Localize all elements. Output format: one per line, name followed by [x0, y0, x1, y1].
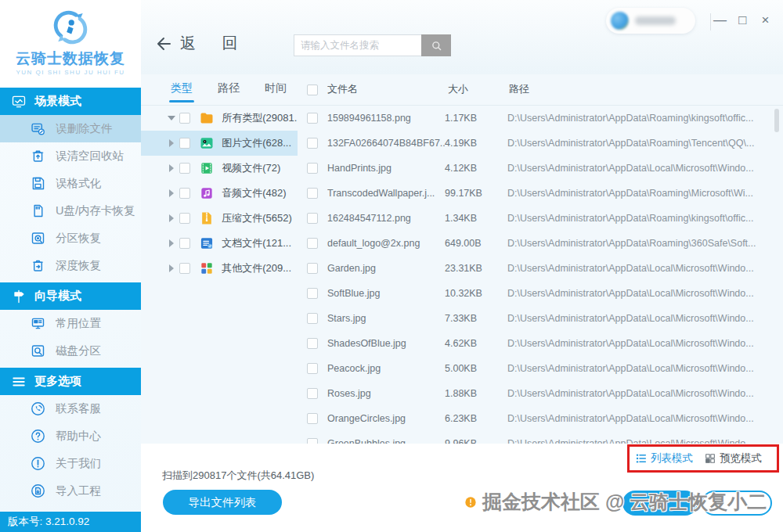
row-checkbox[interactable] — [307, 363, 318, 374]
column-header-size[interactable]: 大小 — [448, 82, 468, 96]
sidebar-item[interactable]: 误删除文件 — [0, 115, 141, 142]
file-name: Stars.jpg — [327, 313, 445, 324]
sidebar-item[interactable]: 联系客服 — [0, 395, 141, 422]
recover-button-obscured[interactable] — [622, 491, 698, 516]
preview-mode-toggle[interactable]: 预览模式 — [704, 451, 762, 466]
table-row[interactable]: 162484547112.png1.34KBD:\Users\Administr… — [298, 206, 783, 231]
sidebar-item-label: 分区恢复 — [56, 231, 101, 246]
table-row[interactable]: Garden.jpg23.31KBD:\Users\Administrator\… — [298, 256, 783, 281]
tree-item[interactable]: 压缩文件(5652) — [141, 206, 298, 231]
row-checkbox[interactable] — [307, 163, 318, 174]
file-path: D:\Users\Administrator\AppData\Local\Mic… — [507, 263, 783, 274]
sidebar-item[interactable]: 磁盘分区 — [0, 337, 141, 365]
sidebar-section-header[interactable]: 场景模式 — [0, 88, 141, 115]
tree-item-checkbox[interactable] — [179, 263, 190, 274]
table-row[interactable]: HandPrints.jpg4.12KBD:\Users\Administrat… — [298, 156, 783, 181]
table-row[interactable]: OrangeCircles.jpg6.23KBD:\Users\Administ… — [298, 406, 783, 431]
table-row[interactable]: 132FA02664074B84BF67...4.19KBD:\Users\Ad… — [298, 131, 783, 156]
tree-item-checkbox[interactable] — [179, 113, 190, 124]
tree-item[interactable]: 所有类型(29081... — [141, 106, 298, 131]
tree-item[interactable]: 文档文件(121... — [141, 231, 298, 256]
image-file-icon — [199, 135, 215, 151]
tab-path[interactable]: 路径 — [218, 81, 240, 95]
table-row[interactable]: ShadesOfBlue.jpg4.62KBD:\Users\Administr… — [298, 331, 783, 356]
caret-right-icon[interactable] — [167, 189, 175, 197]
table-row[interactable]: SoftBlue.jpg10.32KBD:\Users\Administrato… — [298, 281, 783, 306]
minimize-button[interactable]: — — [709, 9, 731, 31]
row-checkbox[interactable] — [307, 113, 318, 124]
caret-down-icon[interactable] — [167, 116, 175, 120]
caret-right-icon[interactable] — [167, 139, 175, 147]
column-header-path[interactable]: 路径 — [509, 82, 529, 96]
row-checkbox[interactable] — [307, 288, 318, 299]
file-name: 162484547112.png — [327, 213, 445, 224]
tree-item-label: 压缩文件(5652) — [222, 211, 298, 225]
vertical-scrollbar[interactable] — [774, 109, 779, 132]
sidebar-item[interactable]: 帮助中心 — [0, 422, 141, 450]
search-input[interactable] — [294, 34, 421, 56]
file-name: GreenBubbles.jpg — [327, 438, 445, 444]
select-all-checkbox[interactable] — [307, 84, 318, 95]
sidebar-item[interactable]: U盘/内存卡恢复 — [0, 197, 141, 225]
column-header-filename[interactable]: 文件名 — [327, 82, 358, 96]
sidebar-item[interactable]: 常用位置 — [0, 310, 141, 337]
table-row[interactable]: default_logo@2x.png649.00BD:\Users\Admin… — [298, 231, 783, 256]
row-checkbox[interactable] — [307, 238, 318, 249]
tree-item[interactable]: 视频文件(72) — [141, 156, 298, 181]
topbar: 返 回 — □ × — [141, 0, 783, 74]
sidebar-section-header[interactable]: 向导模式 — [0, 282, 141, 310]
row-checkbox[interactable] — [307, 313, 318, 324]
tab-time[interactable]: 时间 — [265, 81, 287, 95]
file-name: Peacock.jpg — [327, 363, 445, 374]
caret-right-icon[interactable] — [167, 264, 175, 272]
column-header-row: 类型 路径 时间 文件名 大小 路径 — [141, 78, 783, 106]
maximize-button[interactable]: □ — [731, 9, 754, 31]
tree-item-checkbox[interactable] — [179, 138, 190, 149]
list-mode-toggle[interactable]: 列表模式 — [635, 451, 693, 466]
file-size: 23.31KB — [445, 263, 507, 274]
tree-item-checkbox[interactable] — [179, 213, 190, 224]
row-checkbox[interactable] — [307, 338, 318, 349]
table-row[interactable]: Peacock.jpg5.00KBD:\Users\Administrator\… — [298, 356, 783, 381]
search-button[interactable] — [421, 34, 451, 56]
sidebar-item[interactable]: 误格式化 — [0, 170, 141, 197]
caret-right-icon[interactable] — [167, 239, 175, 247]
caret-right-icon[interactable] — [167, 214, 175, 222]
sidebar-item[interactable]: 导入工程 — [0, 477, 141, 505]
back-arrow-icon — [155, 34, 174, 53]
sidebar-item[interactable]: 误清空回收站 — [0, 142, 141, 170]
row-checkbox[interactable] — [307, 188, 318, 199]
secondary-button-obscured[interactable] — [702, 491, 772, 516]
table-row[interactable]: Roses.jpg1.88KBD:\Users\Administrator\Ap… — [298, 381, 783, 406]
row-checkbox[interactable] — [307, 138, 318, 149]
sidebar-item-label: U盘/内存卡恢复 — [56, 203, 135, 218]
back-button[interactable]: 返 回 — [155, 33, 249, 54]
tree-item[interactable]: 图片文件(628... — [141, 131, 298, 156]
table-row[interactable]: 159894961158.png1.17KBD:\Users\Administr… — [298, 106, 783, 131]
row-checkbox[interactable] — [307, 438, 318, 444]
table-row[interactable]: GreenBubbles.jpg9.96KBD:\Users\Administr… — [298, 431, 783, 444]
sidebar-item[interactable]: 分区恢复 — [0, 225, 141, 252]
file-size: 649.00B — [445, 238, 507, 249]
row-checkbox[interactable] — [307, 263, 318, 274]
user-account-badge-blurred[interactable] — [606, 8, 695, 34]
sidebar-item[interactable]: 关于我们 — [0, 450, 141, 477]
tab-type[interactable]: 类型 — [171, 81, 193, 95]
table-row[interactable]: TranscodedWallpaper.j...99.17KBD:\Users\… — [298, 181, 783, 206]
row-checkbox[interactable] — [307, 388, 318, 399]
close-button[interactable]: × — [754, 9, 777, 31]
tree-item-checkbox[interactable] — [179, 163, 190, 174]
export-file-list-button[interactable]: 导出文件列表 — [163, 490, 282, 515]
sidebar-item[interactable]: 深度恢复 — [0, 252, 141, 279]
row-checkbox[interactable] — [307, 213, 318, 224]
avatar — [611, 12, 629, 30]
tree-item-checkbox[interactable] — [179, 238, 190, 249]
tree-item-checkbox[interactable] — [179, 188, 190, 199]
sidebar-section-header[interactable]: 更多选项 — [0, 368, 141, 395]
tree-item[interactable]: 音频文件(482) — [141, 181, 298, 206]
tree-item[interactable]: 其他文件(209... — [141, 256, 298, 281]
table-row[interactable]: Stars.jpg7.33KBD:\Users\Administrator\Ap… — [298, 306, 783, 331]
tree-item-label: 图片文件(628... — [222, 136, 298, 150]
row-checkbox[interactable] — [307, 413, 318, 424]
caret-right-icon[interactable] — [167, 164, 175, 172]
